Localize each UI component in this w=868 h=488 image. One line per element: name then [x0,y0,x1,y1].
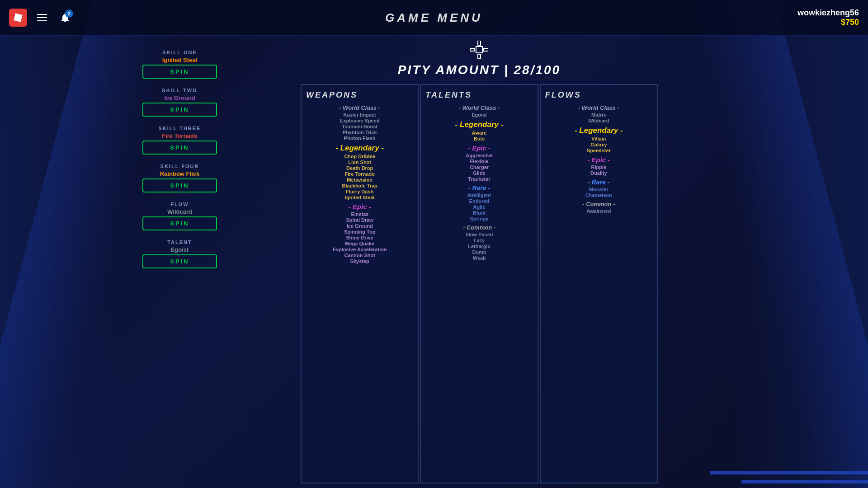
list-item: Monster [545,187,652,192]
weapons-legendary-header: - Legendary - [306,144,413,153]
flows-worldclass-section: - World Class - Matrix Wildcard [545,104,652,123]
list-item: Flexible [425,159,533,164]
list-item: Tsunami Boost [306,124,413,129]
list-item: Endured [425,198,533,204]
list-item: Agile [425,204,533,210]
talents-common-section: - Common - Slow Paced Lazy Lethargic Dum… [425,224,533,261]
list-item: Lethargic [425,244,533,249]
list-item: Bolo [425,136,533,141]
list-item: Chameleon [545,192,652,198]
flows-legendary-section: - Legendary - Villain Galaxy Speedster [545,126,652,153]
list-item: Fire Tornado [306,171,413,177]
skill-three-group: SKILL THREE Fire Tornado SPIN [142,126,217,155]
list-item: Lion Shot [306,160,413,165]
talent-group: TALENT Egoist SPIN [142,239,217,268]
list-item: Spiral Draw [306,217,413,223]
list-item: Skystep [306,258,413,264]
list-item: Metavision [306,177,413,183]
list-item: Blackhole Trap [306,183,413,188]
list-item: Springy [425,216,533,221]
list-item: Einstaz [306,211,413,217]
roblox-icon[interactable] [9,9,27,27]
skill-two-group: SKILL TWO Ice Ground SPIN [142,88,217,117]
header-right: wowkiezheng56 $750 [797,8,859,27]
list-item: Wildcard [545,118,652,123]
list-item: Weak [425,255,533,261]
svg-rect-5 [476,47,482,53]
talents-worldclass-header: - World Class - [425,104,533,111]
talents-rare-section: - Rare - Intelligent Endured Agile Blunt… [425,184,533,221]
skill-one-label: SKILL ONE [162,50,197,55]
skill-four-spin-button[interactable]: SPIN [142,178,217,192]
skill-two-value: Ice Ground [164,94,195,101]
flows-epic-header: - Epic - [545,156,652,164]
flow-spin-button[interactable]: SPIN [142,216,217,230]
list-item: Ripple [545,164,652,170]
list-item: Chop Dribble [306,154,413,159]
list-item: Matrix [545,112,652,117]
list-item: Slow Paced [425,232,533,237]
flow-value: Wildcard [167,208,192,215]
list-item: Photon Flash [306,136,413,141]
list-item: Intelligent [425,192,533,198]
list-item: Death Drop [306,165,413,171]
hamburger-button[interactable] [34,9,50,26]
list-item: Duality [545,170,652,176]
list-item: Charger [425,164,533,170]
weapons-worldclass-header: - World Class - [306,104,413,111]
flows-worldclass-header: - World Class - [545,104,652,111]
weapons-worldclass-section: - World Class - Kasier Impact Explosive … [306,104,413,141]
pity-amount: PITY AMOUNT | 28/100 [398,63,561,77]
header-left: 2 [9,9,73,27]
panels-row: WEAPONS - World Class - Kasier Impact Ex… [301,84,658,483]
list-item: Phantom Trick [306,130,413,135]
flows-panel: FLOWS - World Class - Matrix Wildcard - … [540,84,658,483]
notification-button[interactable]: 2 [57,9,73,26]
list-item: Speedster [545,148,652,153]
svg-rect-0 [14,13,23,22]
list-item: Explosive Speed [306,118,413,123]
skill-three-value: Fire Tornado [162,132,197,139]
svg-rect-4 [484,48,488,51]
list-item: Galaxy [545,142,652,147]
list-item: Blunt [425,210,533,216]
list-item: Awakened [545,208,652,214]
main-content: PITY AMOUNT | 28/100 WEAPONS - World Cla… [0,36,868,488]
flow-group: FLOW Wildcard SPIN [142,202,217,230]
game-title: GAME MENU [385,11,483,25]
talents-title: TALENTS [425,90,533,100]
svg-rect-3 [470,48,475,51]
flows-legendary-header: - Legendary - [545,126,652,135]
flows-title: FLOWS [545,90,652,100]
weapons-title: WEAPONS [306,90,413,100]
skill-three-label: SKILL THREE [159,126,201,131]
talents-panel: TALENTS - World Class - Egoist - Legenda… [420,84,538,483]
weapons-panel: WEAPONS - World Class - Kasier Impact Ex… [301,84,419,483]
skill-one-spin-button[interactable]: SPIN [142,65,217,79]
skill-one-group: SKILL ONE Ignited Steal SPIN [142,50,217,79]
notification-badge: 2 [65,9,73,18]
talent-spin-button[interactable]: SPIN [142,254,217,268]
talent-value: Egoist [171,246,189,253]
flows-rare-section: - Rare - Monster Chameleon [545,178,652,198]
flows-common-section: - Common - Awakened [545,201,652,214]
talents-worldclass-section: - World Class - Egoist [425,104,533,117]
crosshair-container [470,41,488,61]
list-item: Ice Ground [306,223,413,229]
left-panel [9,41,99,483]
flow-label: FLOW [170,202,189,207]
list-item: Aware [425,130,533,136]
list-item: Cannon Shot [306,253,413,258]
list-item: Trackstar [425,176,533,182]
skill-two-spin-button[interactable]: SPIN [142,103,217,117]
list-item: Ignited Steal [306,195,413,200]
svg-rect-2 [478,54,481,59]
skill-three-spin-button[interactable]: SPIN [142,141,217,155]
list-item: Glide [425,170,533,176]
list-item: Aggressive [425,153,533,158]
list-item: Flurry Dash [306,189,413,194]
talents-legendary-header: - Legendary - [425,120,533,129]
skill-four-group: SKILL FOUR Rainbow Flick SPIN [142,164,217,192]
weapons-epic-section: - Epic - Einstaz Spiral Draw Ice Ground … [306,203,413,264]
list-item: Lazy [425,238,533,243]
